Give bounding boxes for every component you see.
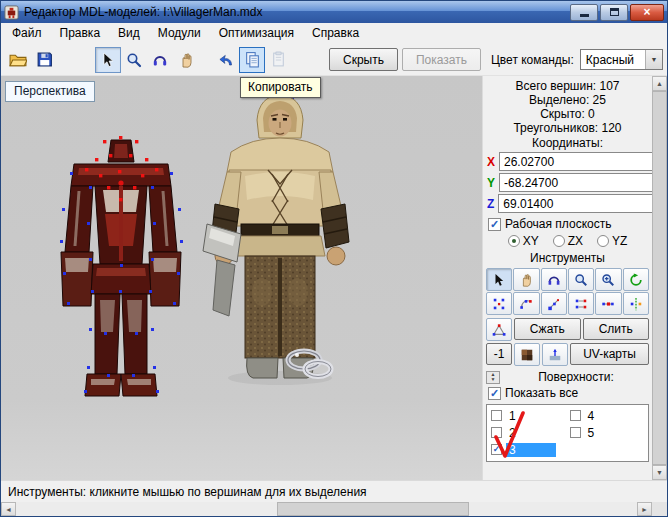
maximize-button[interactable] [600,4,628,21]
panel-rotate-view-button[interactable] [541,268,567,291]
workplane-xy-option[interactable]: XY [508,234,539,248]
reset-view-button[interactable] [623,268,649,291]
radio-zx[interactable] [553,235,565,247]
menu-optimization[interactable]: Оптимизация [210,23,303,44]
close-button[interactable]: × [630,4,664,21]
cursor-arrow-icon [100,52,116,68]
app-icon [4,5,19,20]
scale-vertices-button[interactable] [541,292,567,315]
surface-item-1[interactable]: 1 [489,407,568,424]
merge-button[interactable]: Слить [583,318,650,340]
main-area: Перспектива [1,76,667,480]
scroll-down-icon[interactable]: ▼ [652,465,667,480]
statusbar: Инструменты: кликните мышью по вершинам … [1,480,667,502]
pan-tool-button[interactable] [173,47,199,73]
team-color-label: Цвет команды: [491,53,574,67]
surface-5-checkbox[interactable] [570,427,581,438]
surface-3-checkbox[interactable] [491,444,502,455]
normals-button[interactable] [542,343,568,366]
cursor-arrow-icon [492,273,506,287]
scrollbar-corner [652,502,667,516]
viewport-canvas[interactable]: Перспектива [1,76,482,480]
select-tool-button[interactable] [95,47,121,73]
panel-pan-tool-button[interactable] [513,268,539,291]
extrude-button[interactable] [568,292,594,315]
workplane-zx-option[interactable]: ZX [553,234,583,248]
zoom-tool-button[interactable] [121,47,147,73]
show-button[interactable]: Показать [402,48,481,71]
surface-item-5[interactable]: 5 [568,424,647,441]
open-button[interactable] [5,47,31,73]
surfaces-list[interactable]: 1 2 3 4 5 [486,404,649,462]
tools-label: Инструменты [486,251,649,266]
minus-one-button[interactable]: -1 [486,343,512,365]
chevron-down-icon[interactable]: ▼ [645,50,662,69]
copy-button[interactable] [239,47,265,73]
app-window: Редактор MDL-моделей: I:\VillagerMan.mdx… [0,0,668,517]
rotate-headphones-icon [152,52,168,68]
window-title: Редактор MDL-моделей: I:\VillagerMan.mdx [24,5,565,19]
z-coordinate-input[interactable] [498,194,652,213]
surfaces-label: Поверхности: [503,370,649,384]
undo-arrow-icon [218,52,235,68]
paste-page-icon [270,51,287,68]
copy-pages-icon [244,51,261,68]
vertical-scrollbar-thumb[interactable] [652,91,667,465]
y-coordinate-input[interactable] [499,173,652,192]
surface-item-4[interactable]: 4 [568,407,647,424]
minimize-button[interactable] [570,4,598,21]
move-vertices-button[interactable] [486,292,512,315]
horizontal-scrollbar-thumb[interactable] [277,502,470,516]
radio-yz[interactable] [597,235,609,247]
radio-xy[interactable] [508,235,520,247]
move-vertices-icon [492,297,506,311]
scroll-left-icon[interactable]: ◄ [1,502,16,516]
texture-view-button[interactable] [514,343,540,366]
rotate-vertices-button[interactable] [513,292,539,315]
stat-triangles: Треугольников: 120 [486,121,649,135]
compress-button[interactable]: Сжать [514,318,581,340]
undo-button[interactable] [213,47,239,73]
team-color-select[interactable]: Красный ▼ [580,49,663,70]
paste-button[interactable] [265,47,291,73]
x-coordinate-input[interactable] [499,152,652,171]
horizontal-scrollbar[interactable]: ◄ ► [1,502,667,516]
horizontal-scrollbar-track[interactable] [16,502,637,516]
stat-total-vertices: Всего вершин: 107 [486,79,649,93]
surface-item-2[interactable]: 2 [489,424,568,441]
panel-select-tool-button[interactable] [486,268,512,291]
menu-view[interactable]: Вид [109,23,149,44]
save-button[interactable] [31,47,57,73]
hide-button[interactable]: Скрыть [329,48,398,71]
show-all-checkbox[interactable] [488,387,501,400]
texture-icon [520,348,534,362]
surface-4-checkbox[interactable] [570,410,581,421]
z-axis-label: Z [487,197,494,211]
triangle-select-button[interactable] [486,318,512,341]
menu-modules[interactable]: Модули [149,23,210,44]
surface-2-checkbox[interactable] [491,427,502,438]
workplane-yz-option[interactable]: YZ [597,234,627,248]
scroll-right-icon[interactable]: ► [637,502,652,516]
mirror-button[interactable] [623,292,649,315]
rotate-view-tool-button[interactable] [147,47,173,73]
close-icon: × [643,6,650,18]
panel-zoom-tool-button[interactable] [568,268,594,291]
panel-zoom-region-button[interactable] [595,268,621,291]
perspective-tab[interactable]: Перспектива [5,81,95,102]
menu-edit[interactable]: Правка [51,23,110,44]
stat-hidden: Скрыто: 0 [486,107,649,121]
menu-help[interactable]: Справка [303,23,368,44]
uv-maps-button[interactable]: UV-карты [570,343,649,365]
surface-item-3[interactable]: 3 [489,441,568,458]
stat-selected: Выделено: 25 [486,93,649,107]
menu-file[interactable]: Файл [3,23,51,44]
weld-vertices-button[interactable] [595,292,621,315]
coordinates-label: Координаты: [486,136,649,151]
vertical-scrollbar[interactable]: ▲ ▼ [652,76,667,480]
workplane-checkbox[interactable] [488,218,501,231]
surfaces-spinner-icon[interactable]: ▲▼ [486,371,500,384]
open-folder-icon [9,52,27,68]
surface-1-checkbox[interactable] [491,410,502,421]
scroll-up-icon[interactable]: ▲ [652,76,667,91]
